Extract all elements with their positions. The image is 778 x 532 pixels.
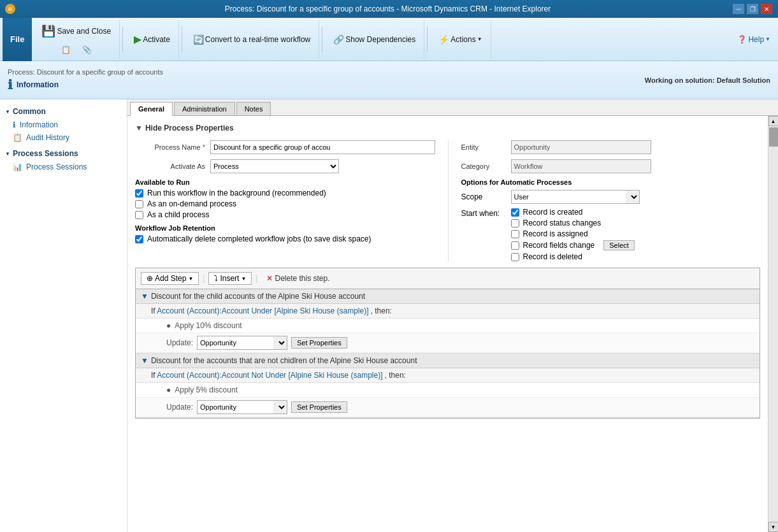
step2-action: Update: ▼ Set Properties — [136, 398, 760, 417]
scroll-track[interactable] — [768, 126, 779, 522]
title-bar: ⊕ Process: Discount for a specific group… — [0, 0, 778, 18]
step2-toggle-icon[interactable]: ▼ — [141, 356, 148, 365]
step1-toggle-icon[interactable]: ▼ — [141, 292, 148, 301]
step2-bullet-icon: ● — [166, 385, 171, 394]
step2-update-input — [197, 400, 273, 414]
delete-step-button[interactable]: ✕ Delete this step. — [261, 273, 335, 284]
header-bar: Process: Discount for a specific group o… — [0, 61, 778, 99]
step1-set-props-button[interactable]: Set Properties — [291, 337, 347, 349]
close-button[interactable]: ✕ — [760, 3, 773, 15]
sidebar-item-audit-history[interactable]: 📋 Audit History — [0, 131, 127, 144]
solution-label: Working on solution: Default Solution — [645, 76, 770, 84]
actions-button[interactable]: ⚡ Actions ▼ — [434, 32, 486, 47]
minimize-button[interactable]: ─ — [732, 3, 745, 15]
step1-condition-link[interactable]: Account (Account):Account Under [Alpine … — [157, 306, 368, 315]
record-status-row: Record status changes — [511, 219, 635, 227]
step1-condition: If Account (Account):Account Under [Alpi… — [136, 304, 760, 319]
step2-bullet: ● Apply 5% discount — [136, 383, 760, 398]
attach-button[interactable]: 📋 — [57, 43, 75, 57]
options-label: Options for Automatic Processes — [461, 178, 761, 186]
options-section: Options for Automatic Processes Scope ▼ — [461, 178, 761, 261]
form-content: ▼ Hide Process Properties Process Name — [127, 116, 768, 424]
category-row: Category Workflow — [461, 159, 761, 173]
sidebar-item-information[interactable]: ℹ Information — [0, 119, 127, 131]
add-step-icon: ⊕ — [147, 274, 153, 283]
steps-container: ▼ Discount for the child accounts of the… — [135, 289, 760, 419]
page-title: Information — [17, 80, 59, 89]
run-background-label: Run this workflow in the background (rec… — [147, 189, 326, 198]
step-group-1: ▼ Discount for the child accounts of the… — [136, 289, 760, 354]
section-title: Hide Process Properties — [145, 124, 234, 133]
add-step-button[interactable]: ⊕ Add Step ▼ — [141, 272, 199, 285]
sidebar-item-process-sessions[interactable]: 📊 Process Sessions — [0, 161, 127, 173]
step1-update-select[interactable]: ▼ — [273, 336, 287, 350]
step1-bullet: ● Apply 10% discount — [136, 319, 760, 333]
workflow-retention-label: Workflow Job Retention — [135, 224, 435, 232]
on-demand-checkbox[interactable] — [135, 200, 143, 208]
section-header: ▼ Hide Process Properties — [135, 121, 760, 135]
record-status-checkbox[interactable] — [511, 219, 519, 227]
tab-notes[interactable]: Notes — [236, 102, 271, 115]
scroll-thumb[interactable] — [769, 127, 778, 147]
show-deps-button[interactable]: 🔗 Show Dependencies — [329, 32, 420, 47]
record-fields-row: Record fields change Select — [511, 240, 635, 250]
select-button[interactable]: Select — [603, 240, 635, 250]
sidebar-section-common[interactable]: ▼ Common — [0, 104, 127, 119]
record-deleted-checkbox[interactable] — [511, 253, 519, 261]
scroll-down-button[interactable]: ▼ — [768, 522, 779, 532]
process-name-label: Process Name — [135, 143, 205, 151]
activate-as-label: Activate As — [135, 162, 205, 170]
step2-update-label: Update: — [166, 403, 193, 412]
insert-icon: ⤵ — [214, 274, 218, 283]
run-background-row: Run this workflow in the background (rec… — [135, 189, 435, 198]
step2-condition-link[interactable]: Account (Account):Account Not Under [Alp… — [157, 371, 382, 380]
file-button[interactable]: File — [3, 18, 32, 61]
record-created-checkbox[interactable] — [511, 208, 519, 217]
convert-button[interactable]: 🔄 Convert to a real-time workflow — [189, 32, 315, 47]
auto-delete-checkbox[interactable] — [135, 235, 143, 243]
paperclip-icon: 📎 — [82, 45, 92, 54]
help-button[interactable]: ❓ Help ▼ — [732, 33, 775, 46]
step2-update-select[interactable]: ▼ — [273, 400, 287, 414]
sidebar: ▼ Common ℹ Information 📋 Audit History ▼… — [0, 99, 127, 532]
record-created-row: Record is created — [511, 208, 635, 217]
scroll-up-button[interactable]: ▲ — [768, 116, 779, 126]
activate-as-select[interactable]: ▼ — [325, 159, 339, 173]
available-to-run-label: Available to Run — [135, 178, 435, 186]
record-fields-checkbox[interactable] — [511, 241, 519, 250]
attach-icon: 📋 — [61, 45, 71, 54]
toolbar-divider-4 — [427, 27, 428, 52]
tab-administration[interactable]: Administration — [174, 102, 235, 115]
record-status-label: Record status changes — [523, 219, 602, 227]
child-process-checkbox[interactable] — [135, 211, 143, 219]
vertical-scrollbar: ▲ ▼ — [768, 116, 778, 532]
restore-button[interactable]: ❐ — [746, 3, 759, 15]
form-right: Entity Opportunity Category Workflow — [448, 140, 761, 261]
save-close-button[interactable]: 💾 Save and Close — [37, 22, 115, 41]
scope-label: Scope — [461, 192, 506, 201]
sidebar-process-label: Process Sessions — [26, 162, 87, 171]
start-when-label: Start when: — [461, 208, 506, 218]
tabs: General Administration Notes — [127, 99, 778, 116]
scope-select[interactable]: ▼ — [626, 190, 640, 204]
step2-then-label: , then: — [385, 371, 406, 380]
run-background-checkbox[interactable] — [135, 189, 143, 198]
deps-icon: 🔗 — [333, 34, 344, 45]
tab-general[interactable]: General — [130, 102, 173, 116]
process-name-input[interactable] — [210, 140, 435, 154]
step2-set-props-button[interactable]: Set Properties — [291, 401, 347, 413]
step2-condition: If Account (Account):Account Not Under [… — [136, 368, 760, 383]
insert-dropdown-icon: ▼ — [241, 276, 246, 282]
sidebar-section-process-sessions[interactable]: ▼ Process Sessions — [0, 147, 127, 161]
activate-button[interactable]: ▶ Activate — [129, 31, 175, 48]
common-triangle-icon: ▼ — [5, 109, 10, 115]
paperclip-button[interactable]: 📎 — [78, 43, 96, 57]
activate-as-row: Activate As ▼ — [135, 159, 435, 173]
section-toggle-icon[interactable]: ▼ — [135, 124, 143, 133]
step-group-1-header: ▼ Discount for the child accounts of the… — [136, 289, 760, 304]
record-assigned-checkbox[interactable] — [511, 230, 519, 238]
record-assigned-row: Record is assigned — [511, 229, 635, 238]
delete-icon: ✕ — [266, 274, 273, 283]
insert-button[interactable]: ⤵ Insert ▼ — [208, 272, 252, 285]
actions-dropdown-icon: ▼ — [477, 36, 482, 42]
